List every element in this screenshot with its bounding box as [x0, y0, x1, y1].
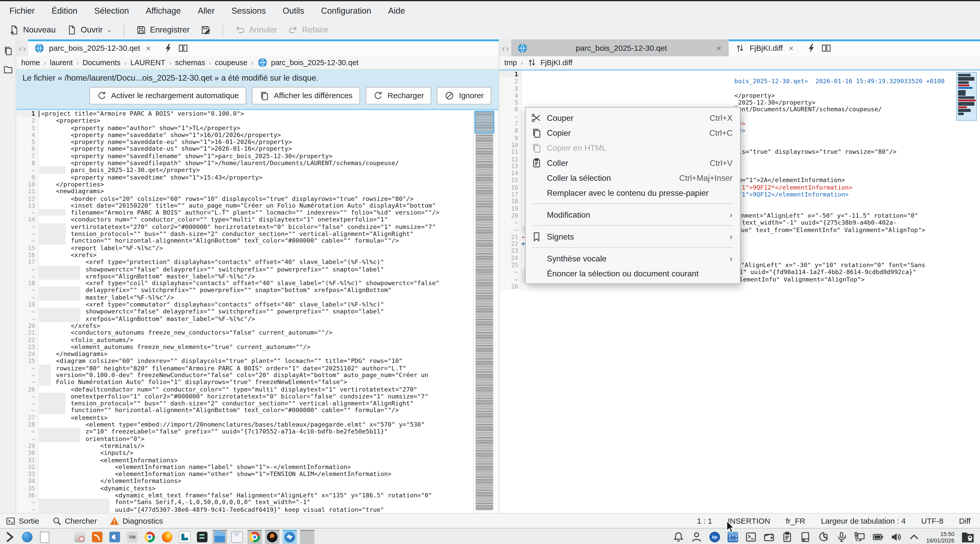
menu-item-signets[interactable]: Signets› [525, 229, 740, 244]
breadcrumb-segment[interactable]: tmp [504, 58, 517, 67]
menu-item-copier[interactable]: CopierCtrl+C [525, 125, 740, 140]
left-editor[interactable]: 1<project title="Armoire PARC A BOIS" ve… [16, 109, 499, 513]
taskbar-launcher-chevron-icon[interactable] [3, 530, 17, 544]
menu-item-couper[interactable]: CouperCtrl+X [525, 110, 740, 125]
tray-volume-icon[interactable] [890, 531, 902, 543]
taskbar-window-mail[interactable] [230, 530, 245, 544]
tab-forward-icon[interactable]: › [23, 43, 26, 53]
tray-battery-icon[interactable] [872, 531, 884, 543]
taskbar-tweaks-icon[interactable] [195, 530, 210, 544]
quick-open-icon[interactable] [164, 43, 173, 53]
breadcrumb-segment[interactable]: schemas [175, 58, 205, 67]
tray-bell-icon[interactable] [673, 531, 684, 543]
menubar-item[interactable]: Aller [198, 6, 215, 15]
redo-button[interactable]: Refaire [284, 23, 332, 37]
menubar-item[interactable]: Affichage [146, 6, 181, 15]
breadcrumb-segment[interactable]: laurent [50, 58, 73, 67]
taskbar-window-chrome[interactable] [248, 530, 262, 544]
status-segment[interactable]: UTF-8 [921, 517, 943, 525]
taskbar-rss-icon[interactable] [90, 530, 105, 544]
breadcrumb-segment[interactable]: home [21, 58, 40, 67]
status-segment[interactable]: fr_FR [786, 517, 805, 525]
menu-item-modification[interactable]: Modification› [525, 207, 740, 222]
breadcrumb-segment[interactable]: coupeuse [215, 58, 247, 67]
tray-kdeconnect-icon[interactable] [854, 531, 865, 543]
tab-back-icon[interactable]: ‹ [19, 43, 22, 53]
status-segment[interactable]: 1 : 1 [697, 517, 712, 525]
taskbar-announce-icon[interactable] [108, 530, 122, 544]
close-icon[interactable]: × [145, 43, 152, 53]
menu-item-remplacer-avec-le-contenu-du-presse-papier[interactable]: Remplacer avec le contenu du presse-papi… [525, 185, 740, 200]
tray-clipboard-icon[interactable] [781, 531, 793, 543]
taskbar-window-qelectrotech[interactable] [300, 530, 315, 544]
tab-back-icon[interactable]: ‹ [502, 43, 505, 53]
taskbar-document-icon[interactable] [38, 530, 52, 544]
taskbar-k3b-icon[interactable] [73, 530, 87, 544]
taskbar-window-dolphin[interactable] [213, 530, 227, 544]
toolview-button-diagnostics[interactable]: Diagnostics [110, 516, 163, 526]
open-button[interactable]: Ouvrir⌄ [62, 23, 116, 37]
close-icon[interactable]: × [787, 43, 795, 53]
breadcrumb-segment[interactable]: LAURENT [130, 58, 165, 67]
notification-button[interactable]: Afficher les différences [252, 87, 360, 105]
code-text: <property name="savedfilepath" show="1">… [39, 160, 399, 166]
tray-user-icon[interactable] [690, 531, 702, 543]
menu-item-coller[interactable]: CollerCtrl+V [525, 155, 740, 170]
filesystem-toolview-icon[interactable] [3, 64, 13, 75]
documents-toolview-icon[interactable] [3, 46, 13, 56]
new-button[interactable]: Nouveau [5, 23, 60, 37]
tab-forward-icon[interactable]: › [506, 43, 509, 53]
taskbar-firefox-icon[interactable] [160, 530, 175, 544]
tray-wallet-icon[interactable] [763, 531, 775, 543]
save-as-button[interactable] [197, 23, 215, 37]
taskbar-vmware-icon[interactable]: VM [125, 530, 140, 544]
menubar-item[interactable]: Outils [283, 6, 304, 15]
undo-button[interactable]: Annuler [231, 23, 281, 37]
split-view-icon[interactable] [178, 43, 188, 53]
menubar-item[interactable]: Sélection [94, 6, 129, 15]
tray-terminal-icon[interactable] [745, 531, 757, 543]
tray-vault-icon[interactable] [961, 530, 975, 544]
menu-item--noncer-la-s-lection-ou-document-courant[interactable]: Énoncer la sélection ou document courant [525, 266, 740, 281]
tray-mic-icon[interactable] [835, 531, 848, 543]
close-icon[interactable]: × [715, 43, 723, 53]
save-button[interactable]: Enregistrer [132, 23, 194, 37]
menubar-item[interactable]: Édition [51, 6, 77, 15]
menu-item-synth-se-vocale[interactable]: Synthèse vocale› [525, 251, 740, 266]
minimap-viewport[interactable] [474, 111, 495, 133]
code-line: 4 <property name="saveddate" show="1">16… [16, 131, 474, 138]
split-view-icon[interactable] [821, 43, 831, 53]
left-scrollbar-minimap[interactable] [473, 110, 499, 513]
toolview-button-chercher[interactable]: Chercher [52, 516, 97, 526]
breadcrumb-segment[interactable]: parc_bois_2025-12-30.qet [271, 58, 358, 67]
taskbar-qelectrotech-icon[interactable] [55, 530, 70, 544]
notification-button[interactable]: Recharger [366, 87, 431, 105]
breadcrumb-segment[interactable]: FjBjKI.diff [541, 58, 572, 67]
toolview-button-sortie[interactable]: Sortie [6, 516, 39, 526]
menubar-item[interactable]: Fichier [9, 6, 35, 15]
menu-item-coller-la-s-lection[interactable]: Coller la sélectionCtrl+Maj+Inser [525, 170, 740, 185]
tray-nightlight-icon[interactable] [817, 531, 829, 543]
tab-parc-bois[interactable]: parc_bois_2025-12-30.qet × [28, 40, 158, 56]
status-segment[interactable]: Largeur de tabulation : 4 [821, 517, 905, 525]
taskbar-chrome-icon[interactable] [143, 530, 157, 544]
menubar-item[interactable]: Configuration [321, 6, 371, 15]
notification-button[interactable]: Activer le rechargement automatique [89, 87, 246, 105]
tray-chevron-up-icon[interactable] [908, 531, 920, 543]
diff-minimap[interactable] [956, 72, 977, 121]
menubar-item[interactable]: Sessions [232, 6, 266, 15]
tab-diff[interactable]: FjBjKI.diff × [729, 40, 801, 56]
taskbar-phone-icon[interactable] [178, 530, 192, 544]
taskbar-window-penguin[interactable] [265, 530, 280, 544]
tray-drive-icon[interactable] [799, 531, 811, 543]
taskbar-window-kate[interactable] [283, 530, 297, 544]
tab-parc-bois-right[interactable]: parc_bois_2025-12-30.qet × [511, 40, 729, 56]
clock[interactable]: 15:5016/01/2026 [926, 531, 954, 544]
breadcrumb-segment[interactable]: Documents [83, 58, 121, 67]
taskbar-thunderbird-icon[interactable] [20, 530, 35, 544]
tray-hp-icon[interactable]: hp [709, 531, 721, 543]
quick-open-icon[interactable] [806, 43, 816, 53]
menubar-item[interactable]: Aide [388, 6, 405, 15]
notification-button[interactable]: Ignorer [437, 87, 491, 105]
status-segment[interactable]: Diff [959, 517, 971, 525]
